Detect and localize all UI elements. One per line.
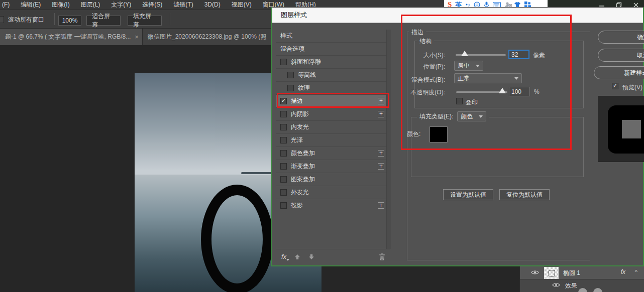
menu-type[interactable]: 文字(Y) [105, 0, 137, 10]
ok-button[interactable]: 确定 [598, 31, 644, 44]
menu-view[interactable]: 视图(V) [226, 0, 257, 10]
move-down-icon[interactable] [308, 254, 314, 260]
structure-title: 结构 [417, 37, 434, 46]
layer-fx-badge[interactable]: fx [621, 268, 625, 275]
menu-image[interactable]: 图像(I) [46, 0, 75, 10]
opacity-slider-thumb[interactable] [499, 88, 506, 93]
overprint-label: 叠印 [466, 98, 478, 107]
menu-file[interactable]: (F) [0, 0, 15, 10]
add-instance-icon[interactable] [378, 111, 384, 117]
style-item-styles[interactable]: 样式 [276, 30, 386, 43]
style-item-gradient-overlay[interactable]: 渐变叠加 [276, 160, 386, 173]
move-up-icon[interactable] [294, 254, 300, 260]
checkbox[interactable] [280, 202, 287, 209]
set-default-button[interactable]: 设置为默认值 [443, 189, 493, 200]
menu-edit[interactable]: 编辑(E) [15, 0, 46, 10]
separator [170, 13, 170, 25]
layer-row-ellipse[interactable]: 椭圆 1 fx ^ [520, 266, 644, 279]
menu-select[interactable]: 选择(S) [137, 0, 168, 10]
fill-type-label: 填充类型(E): [419, 112, 453, 121]
opacity-unit: % [534, 88, 540, 95]
new-style-button[interactable]: 新建样式(W) [594, 66, 644, 79]
menu-3d[interactable]: 3D(D) [199, 0, 226, 10]
size-unit: 像素 [533, 51, 545, 60]
layer-style-dialog: 图层样式 样式 混合选项 斜面和浮雕 等高线 纹理 描边 内阴影 内发光 光泽 … [271, 7, 644, 266]
layer-name[interactable]: 椭圆 1 [563, 269, 580, 277]
photoshop-window: (F) 编辑(E) 图像(I) 图层(L) 文字(Y) 选择(S) 滤镜(T) … [0, 0, 644, 292]
style-item-texture[interactable]: 纹理 [276, 82, 386, 95]
visibility-eye-icon[interactable] [531, 269, 539, 276]
fit-screen-button[interactable]: 适合屏幕 [86, 16, 121, 26]
style-item-drop-shadow[interactable]: 投影 [276, 199, 386, 212]
checkbox[interactable] [280, 163, 287, 170]
checkbox-checked[interactable] [280, 98, 287, 104]
stroke-color-swatch[interactable] [430, 126, 448, 142]
scroll-all-windows-checkbox[interactable] [0, 16, 4, 23]
cancel-button[interactable]: 取消 [598, 49, 644, 62]
effects-label: 效果 [565, 281, 577, 290]
add-instance-icon[interactable] [378, 163, 384, 170]
opacity-label: 不透明度(O): [385, 88, 445, 97]
fill-type-legend: 填充类型(E): 颜色 [417, 111, 489, 121]
layer-thumbnail[interactable] [544, 267, 559, 279]
reset-default-button[interactable]: 复位为默认值 [499, 189, 550, 200]
style-item-satin[interactable]: 光泽 [276, 134, 386, 147]
checkbox[interactable] [280, 150, 287, 157]
add-instance-icon[interactable] [378, 150, 384, 157]
close-tab-icon[interactable]: × [135, 33, 139, 41]
menu-filter[interactable]: 滤镜(T) [168, 0, 198, 10]
checkbox[interactable] [287, 85, 294, 91]
style-item-pattern-overlay[interactable]: 图案叠加 [276, 173, 386, 186]
horizon-silhouette [241, 172, 272, 174]
opacity-input[interactable] [509, 87, 530, 96]
visibility-eye-icon[interactable] [552, 282, 560, 289]
add-instance-icon[interactable] [378, 202, 384, 209]
style-item-contour[interactable]: 等高线 [276, 69, 386, 82]
chevron-down-icon [514, 77, 518, 80]
fx-menu-button[interactable]: fx [281, 253, 286, 260]
layers-panel: 椭圆 1 fx ^ 效果 [519, 262, 644, 292]
dialog-title-bar[interactable]: 图层样式 [272, 8, 643, 23]
position-dropdown[interactable]: 居中 [454, 61, 483, 71]
checkbox[interactable] [280, 111, 287, 117]
color-label: 颜色: [407, 130, 420, 138]
style-item-outer-glow[interactable]: 外发光 [276, 186, 386, 199]
preview-checkbox[interactable] [612, 83, 618, 89]
shape-path-icon [549, 270, 555, 276]
scroll-all-windows-label: 滚动所有窗口 [8, 16, 44, 24]
tab-wechat-image[interactable]: 微信图片_20200606223308.jpg @ 100% (照 [143, 29, 281, 45]
checkbox[interactable] [280, 189, 287, 196]
tab-untitled-1[interactable]: 题-1 @ 66.7% ( 文字弧度 一键调节哈, RGB/8... × [0, 29, 143, 45]
size-input[interactable] [508, 50, 529, 59]
fill-screen-button[interactable]: 填充屏幕 [128, 16, 162, 26]
style-item-inner-glow[interactable]: 内发光 [276, 121, 386, 134]
delete-effect-icon[interactable] [379, 253, 385, 262]
checkbox[interactable] [280, 59, 287, 65]
checkbox[interactable] [280, 137, 287, 143]
blend-mode-dropdown[interactable]: 正常 [454, 73, 522, 83]
style-item-color-overlay[interactable]: 颜色叠加 [276, 147, 386, 160]
menu-layer[interactable]: 图层(L) [75, 0, 106, 10]
style-item-blending-options[interactable]: 混合选项 [276, 43, 386, 56]
checkbox[interactable] [280, 176, 287, 183]
fill-type-frame [411, 117, 584, 177]
preview-inner-square [622, 120, 641, 138]
dialog-title: 图层样式 [281, 11, 307, 20]
chevron-down-icon [476, 65, 480, 67]
add-instance-icon[interactable] [378, 98, 384, 104]
style-preview-thumbnail [598, 96, 644, 162]
style-item-inner-shadow[interactable]: 内阴影 [276, 108, 386, 121]
blend-mode-label: 混合模式(B): [385, 76, 445, 84]
overprint-checkbox[interactable] [456, 98, 463, 104]
size-slider-thumb[interactable] [461, 51, 468, 56]
fill-type-dropdown[interactable]: 颜色 [457, 111, 486, 121]
checkbox[interactable] [280, 124, 287, 130]
tab-label: 微信图片_20200606223308.jpg @ 100% (照 [148, 33, 266, 41]
ellipse-stroke-shape[interactable] [201, 185, 273, 292]
collapse-effects-icon[interactable]: ^ [635, 269, 637, 275]
style-list: 样式 混合选项 斜面和浮雕 等高线 纹理 描边 内阴影 内发光 光泽 颜色叠加 … [276, 30, 386, 212]
style-item-stroke[interactable]: 描边 [276, 95, 386, 108]
zoom-100-button[interactable]: 100% [58, 16, 81, 26]
style-item-bevel-emboss[interactable]: 斜面和浮雕 [276, 56, 386, 69]
checkbox[interactable] [287, 72, 294, 78]
